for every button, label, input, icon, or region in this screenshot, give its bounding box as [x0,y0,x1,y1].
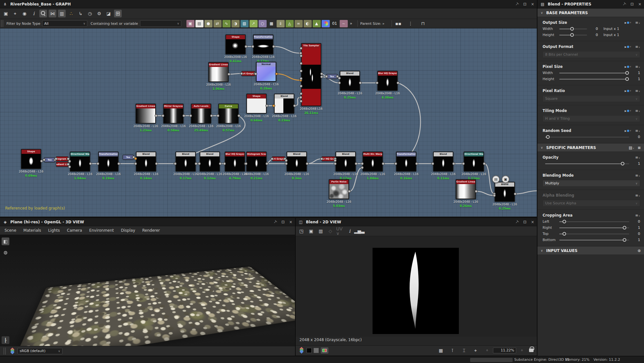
param-menu-icon[interactable]: ≡∨ [635,193,640,198]
graph-node-blend[interactable]: Blend [495,182,515,202]
display-filter-icon[interactable] [321,347,328,354]
graph-pill-vert-greys-[interactable]: vert Greys... [242,71,255,76]
graph-pill-histogram-s-[interactable]: Histogram S... [56,156,68,161]
alpha-blending-dropdown[interactable]: Use Source Alpha∨ [543,200,640,207]
copy-image-icon[interactable]: ▥ [317,227,325,235]
graph-pill-tex[interactable]: Tex [44,157,55,162]
section-base-parameters[interactable]: ∨ BASE PARAMETERS [537,8,644,17]
graph-node-transformation-2d[interactable]: Transformation 2D [396,152,416,172]
background-gray-swatch[interactable] [314,348,319,353]
graph-node-normal[interactable]: Normal [256,62,276,82]
slider-value[interactable]: 1 [632,77,640,81]
grid-view-icon[interactable]: ▦ [437,347,445,354]
function-inherit-icon[interactable]: ▸∨ [625,65,631,69]
pan-view-icon[interactable]: ⌖ [11,10,19,17]
colorspace-layers-icon[interactable] [10,348,15,354]
output-format-dropdown[interactable]: 8 Bits per Channel∨ [543,51,640,58]
colorspace-dropdown[interactable]: sRGB (default)∨ [17,348,62,354]
histogram-icon[interactable]: ▂▅▃ [355,227,363,235]
width-slider[interactable] [559,71,629,75]
new-window-icon[interactable]: ◳ [298,227,305,235]
pin-icon[interactable]: ⊤ [514,219,520,225]
param-menu-icon[interactable]: ≡∨ [635,173,640,178]
graph-node-blend[interactable]: Blend [175,152,196,172]
slider-handle[interactable] [623,226,626,229]
slider-value[interactable]: 0 [632,232,640,236]
slider-extra-mode[interactable]: Input x 1 [601,33,619,37]
float-window-icon[interactable]: ⊡ [281,220,285,224]
graph-node-gradient-linear-1[interactable]: Gradient Linear 1 [136,104,156,124]
fit-width-icon[interactable]: ⌶ [460,347,468,354]
display-output-icon[interactable]: ◪ [105,10,112,17]
slider-value[interactable]: 1 [632,162,640,166]
preset-icon[interactable]: ▤∨ [629,145,634,150]
search-icon[interactable] [39,10,47,17]
function-inherit-icon[interactable]: ▸∨ [625,89,631,93]
param-menu-icon[interactable]: ≡∨ [635,21,640,25]
view2d-viewport[interactable] [296,236,537,337]
float-window-icon[interactable]: ⊡ [523,220,526,224]
graph-node-tile-sampler[interactable]: Tile Sampler [301,43,321,106]
param-menu-icon[interactable]: ≡∨ [635,65,640,69]
slider-handle[interactable] [623,238,626,242]
graph-node-blend[interactable]: Blend [200,152,220,172]
param-slider[interactable] [545,162,629,166]
bottom-slider[interactable] [559,238,629,242]
float-window-icon[interactable]: ⊡ [630,2,634,6]
display-badge-image-icon[interactable]: ▣ [502,175,509,183]
graph-node-perlin-noise[interactable]: Perlin Noise [329,179,349,199]
toolbar-drag-handle[interactable] [4,348,6,355]
graph-pill-blur-hq-gra-[interactable]: Blur HQ Gra... [322,156,335,161]
zoom-out-dot-icon[interactable]: ◦ [483,347,491,354]
tiling-mode-dropdown[interactable]: H and V Tiling∨ [543,115,640,122]
align-nodes-icon[interactable]: ∴ [67,10,75,17]
section-menu-icon[interactable]: ≡ [638,145,641,150]
shuffle-arrows-node-icon[interactable]: ⇄ [213,20,222,27]
color-wheel-node-icon[interactable] [322,20,330,27]
wrench-icon[interactable]: ⚙ [95,10,103,17]
pixel-ratio-dropdown[interactable]: Square∨ [543,95,640,102]
zoom-percentage-field[interactable]: 11.22% [493,348,516,353]
pebble-plane-render[interactable] [11,266,295,346]
slider-value[interactable]: 1 [632,238,640,242]
droplet-node-icon[interactable]: ● [204,20,213,27]
graph-node-shape[interactable]: Shape [21,149,41,169]
node-type-filter-dropdown[interactable]: All∨ [42,20,87,27]
marquee-select-icon[interactable]: ▣ [2,10,10,17]
fit-height-icon[interactable]: ⊺ [449,347,456,354]
plug-link-icon[interactable]: ▪▪ [394,20,402,27]
uv-overlay-label[interactable]: UV ∨ [336,227,344,235]
graph-pill-tex[interactable]: Tex [327,74,337,79]
zoom-in-dot-icon[interactable]: ◦ [518,347,526,354]
menu-camera[interactable]: Camera [67,228,82,233]
bitmap-node-icon[interactable]: ▣ [186,20,194,27]
menu-environment[interactable]: Environment [89,228,114,233]
graph-node-shape[interactable]: Shape [246,94,267,114]
save-image-icon[interactable]: ▣ [307,227,315,235]
texture-preview-image[interactable] [373,248,459,334]
grid-squares-node-icon[interactable]: ▦ [268,20,276,27]
graph-node-auto-levels[interactable]: Auto Levels [191,104,211,124]
graph-node-directional-warp[interactable]: Directional Warp [464,152,484,172]
param-menu-icon[interactable]: ≡∨ [635,155,640,160]
add-input-value-icon[interactable]: ⊕ [638,248,641,253]
height-slider[interactable] [559,33,587,37]
histogram-node-icon[interactable]: ▲ [313,20,321,27]
slider-value[interactable]: 1 [632,226,640,230]
slider-value[interactable]: 0 [590,27,598,31]
slider-handle[interactable] [563,232,566,236]
light-icon[interactable]: ◍ [2,248,9,256]
slider-handle[interactable] [625,77,629,81]
graph-pill-gradient-lin-[interactable]: Gradient Lin... [56,162,68,167]
function-inherit-icon[interactable]: ▸∨ [625,21,631,25]
section-input-values[interactable]: ∨ INPUT VALUES ⊕ [537,246,644,255]
param-slider[interactable] [545,135,629,139]
function-inherit-icon[interactable]: ▸∨ [625,129,631,133]
param-menu-icon[interactable]: ≡∨ [635,89,640,93]
circle-node-icon[interactable]: ○ [259,20,267,27]
graph-node-shape[interactable]: Shape [225,34,246,54]
graph-node-blend[interactable]: Blend [336,152,356,172]
graph-node-mirror-grayscale[interactable]: Mirror Grayscale [163,104,184,124]
gradient-arrow-node-icon[interactable]: ⇓ [277,20,285,27]
graph-node-gradient-linear-1[interactable]: Gradient Linear 1 [456,179,476,199]
